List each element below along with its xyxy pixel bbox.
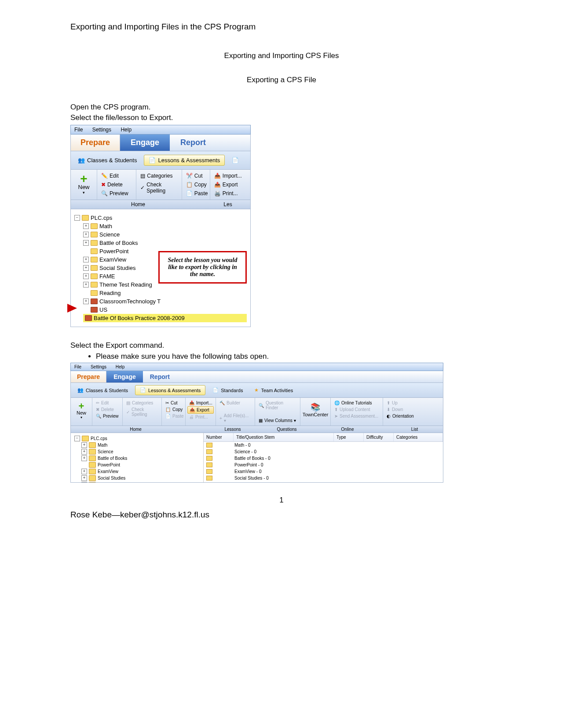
- plus-icon: +: [219, 416, 222, 421]
- tab-engage[interactable]: Engage: [120, 135, 170, 151]
- screenshot-2: File Settings Help Prepare Engage Report…: [70, 363, 443, 483]
- expand-icon[interactable]: +: [83, 282, 89, 288]
- subtab-extra[interactable]: 📄: [227, 155, 243, 166]
- copy-button[interactable]: 📋Copy: [164, 406, 183, 413]
- export-button[interactable]: 📤Export: [187, 406, 214, 414]
- expand-icon[interactable]: +: [81, 449, 87, 455]
- collapse-icon[interactable]: −: [74, 215, 80, 221]
- bullet-text: Please make sure you have the following …: [96, 352, 493, 361]
- preview-button[interactable]: 🔍Preview: [99, 189, 134, 198]
- orientation-button[interactable]: ◐Orientation: [385, 413, 418, 419]
- import-button[interactable]: 📥Import...: [212, 171, 249, 180]
- pencil-icon: ✏: [96, 400, 99, 405]
- tab-report[interactable]: Report: [143, 371, 177, 382]
- preview-button[interactable]: 🔍Preview: [94, 413, 121, 419]
- folder-icon: [91, 240, 98, 246]
- up-button: ⬆Up: [385, 400, 418, 406]
- expand-icon[interactable]: +: [83, 273, 89, 279]
- print-button[interactable]: 🖨️Print...: [212, 189, 249, 198]
- send-button: ➤Send Assessment...: [333, 413, 381, 419]
- scissors-icon: ✂️: [186, 173, 193, 179]
- export-button[interactable]: 📤Export: [212, 180, 249, 189]
- collapse-icon[interactable]: −: [74, 436, 80, 441]
- tab-prepare[interactable]: Prepare: [71, 371, 106, 382]
- folder-icon: [91, 282, 98, 288]
- menu-help[interactable]: Help: [121, 127, 132, 133]
- import-button[interactable]: 📥Import...: [187, 400, 214, 406]
- categories-button: ▤Categories: [124, 400, 160, 406]
- copy-icon: 📋: [165, 407, 171, 412]
- down-icon: ⬇: [387, 407, 390, 412]
- tab-prepare[interactable]: Prepare: [71, 135, 120, 151]
- subtab-classes[interactable]: 👥Classes & Students: [73, 385, 132, 395]
- expand-icon[interactable]: +: [83, 223, 89, 229]
- tree-item-selected[interactable]: Battle Of Books Practice 2008-2009: [83, 314, 247, 322]
- tab-report[interactable]: Report: [170, 135, 216, 151]
- cut-button[interactable]: ✂️Cut: [184, 171, 208, 180]
- towncenter-button[interactable]: 📚TownCenter: [302, 400, 329, 420]
- delete-button[interactable]: ✖Delete: [99, 180, 134, 189]
- new-button[interactable]: +New▾: [73, 400, 90, 422]
- book-icon: [91, 307, 98, 313]
- folder-icon: [91, 257, 98, 262]
- menu-file[interactable]: File: [74, 127, 83, 133]
- star-icon: ★: [254, 387, 259, 393]
- section-title: Exporting a CPS File: [70, 76, 493, 84]
- tree-root[interactable]: −PLC.cps: [74, 214, 247, 222]
- subtab-bar: 👥Classes & Students 📄Lessons & Assessmen…: [70, 151, 251, 170]
- step-text: Select the file/lesson to Export.: [70, 113, 493, 123]
- check-icon: ✓: [126, 410, 130, 415]
- expand-icon[interactable]: +: [83, 265, 89, 271]
- hammer-icon: 🔨: [219, 400, 225, 405]
- edit-button: ✏Edit: [94, 400, 121, 406]
- books-icon: 📚: [311, 402, 320, 412]
- new-button[interactable]: +New▾: [73, 171, 95, 197]
- edit-button[interactable]: ✏️Edit: [99, 171, 134, 180]
- columns-icon: ▦: [259, 418, 263, 423]
- folder-icon: [82, 436, 89, 441]
- menu-settings[interactable]: Settings: [92, 127, 111, 133]
- step-text: Open the CPS program.: [70, 102, 493, 113]
- menu-help[interactable]: Help: [116, 364, 125, 369]
- addfiles-button: +Add File(s)... ▾: [218, 412, 253, 424]
- paste-button[interactable]: 📄Paste: [184, 189, 208, 198]
- page-icon: 📄: [232, 157, 239, 164]
- expand-icon[interactable]: +: [81, 442, 87, 448]
- expand-icon[interactable]: +: [83, 298, 89, 304]
- menu-file[interactable]: File: [74, 364, 81, 369]
- copy-button[interactable]: 📋Copy: [184, 180, 208, 189]
- subtab-lessons[interactable]: 📄Lessons & Assessments: [144, 155, 225, 166]
- print-icon: 🖨: [189, 415, 194, 419]
- ribbon-section-labels: Home Les: [70, 200, 251, 209]
- subtab-classes[interactable]: 👥Classes & Students: [73, 155, 141, 166]
- tab-engage[interactable]: Engage: [106, 371, 143, 382]
- arrow-icon: [67, 304, 77, 313]
- folder-icon: [91, 232, 98, 237]
- folder-icon: [89, 455, 96, 461]
- scissors-icon: ✂: [165, 400, 169, 405]
- screenshot-1: File Settings Help Prepare Engage Report…: [70, 125, 251, 327]
- send-icon: ➤: [334, 414, 338, 419]
- expand-icon[interactable]: +: [81, 475, 87, 481]
- subtab-standards[interactable]: 📄Standards: [208, 385, 247, 395]
- viewcols-button[interactable]: ▦View Columns ▾: [257, 417, 298, 424]
- subtab-lessons[interactable]: 📄Lessons & Assessments: [135, 385, 205, 395]
- menu-settings[interactable]: Settings: [91, 364, 106, 369]
- import-icon: 📥: [214, 173, 221, 179]
- ribbon-section-labels: Home Lessons Questions Online List: [70, 426, 443, 433]
- expand-icon[interactable]: +: [81, 455, 87, 461]
- cut-button[interactable]: ✂Cut: [164, 400, 183, 406]
- folder-icon: [206, 469, 212, 474]
- subtab-team[interactable]: ★Team Activities: [250, 385, 297, 395]
- folder-icon: [89, 475, 96, 481]
- expand-icon[interactable]: +: [83, 232, 89, 237]
- expand-icon[interactable]: +: [81, 482, 87, 483]
- expand-icon[interactable]: +: [81, 469, 87, 474]
- categories-button[interactable]: ▤Categories: [138, 171, 180, 180]
- expand-icon[interactable]: +: [83, 257, 89, 262]
- up-icon: ⬆: [387, 400, 390, 405]
- expand-icon[interactable]: +: [83, 240, 89, 246]
- spelling-button[interactable]: ✓Check Spelling: [138, 180, 180, 195]
- tutorials-button[interactable]: 🌐Online Tutorials: [333, 400, 381, 406]
- main-tabs: Prepare Engage Report: [70, 135, 251, 151]
